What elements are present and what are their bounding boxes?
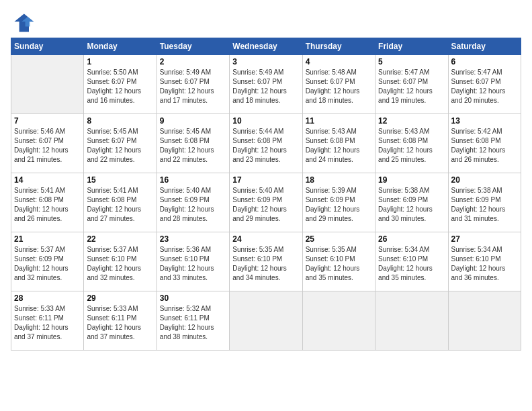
calendar-cell: 4Sunrise: 5:48 AMSunset: 6:07 PMDaylight… bbox=[302, 55, 375, 114]
calendar-cell: 8Sunrise: 5:45 AMSunset: 6:07 PMDaylight… bbox=[84, 114, 157, 173]
calendar-cell: 29Sunrise: 5:33 AMSunset: 6:11 PMDayligh… bbox=[84, 291, 157, 351]
day-number: 10 bbox=[232, 116, 299, 126]
day-number: 5 bbox=[378, 57, 445, 66]
calendar-cell: 1Sunrise: 5:50 AMSunset: 6:07 PMDaylight… bbox=[84, 55, 157, 114]
calendar-table: SundayMondayTuesdayWednesdayThursdayFrid… bbox=[11, 38, 521, 351]
calendar-cell bbox=[302, 291, 375, 351]
calendar-cell: 30Sunrise: 5:32 AMSunset: 6:11 PMDayligh… bbox=[157, 291, 229, 351]
page-header bbox=[11, 11, 521, 35]
day-number: 27 bbox=[451, 234, 518, 244]
calendar-cell: 9Sunrise: 5:45 AMSunset: 6:08 PMDaylight… bbox=[157, 114, 229, 173]
calendar-cell: 20Sunrise: 5:38 AMSunset: 6:09 PMDayligh… bbox=[448, 173, 521, 232]
day-content: Sunrise: 5:44 AMSunset: 6:08 PMDaylight:… bbox=[232, 127, 299, 165]
day-content: Sunrise: 5:49 AMSunset: 6:07 PMDaylight:… bbox=[160, 68, 226, 105]
calendar-cell: 3Sunrise: 5:49 AMSunset: 6:07 PMDaylight… bbox=[230, 55, 302, 114]
day-content: Sunrise: 5:40 AMSunset: 6:09 PMDaylight:… bbox=[232, 186, 299, 224]
calendar-cell: 25Sunrise: 5:35 AMSunset: 6:10 PMDayligh… bbox=[302, 232, 375, 291]
day-number: 18 bbox=[306, 175, 372, 185]
col-header-wednesday: Wednesday bbox=[230, 38, 302, 55]
calendar-week-1: 1Sunrise: 5:50 AMSunset: 6:07 PMDaylight… bbox=[11, 55, 521, 114]
day-number: 29 bbox=[87, 293, 153, 303]
day-number: 12 bbox=[378, 116, 445, 126]
col-header-sunday: Sunday bbox=[11, 38, 84, 55]
day-content: Sunrise: 5:50 AMSunset: 6:07 PMDaylight:… bbox=[87, 68, 153, 105]
calendar-cell: 5Sunrise: 5:47 AMSunset: 6:07 PMDaylight… bbox=[375, 55, 448, 114]
col-header-monday: Monday bbox=[84, 38, 157, 55]
calendar-cell: 16Sunrise: 5:40 AMSunset: 6:09 PMDayligh… bbox=[157, 173, 229, 232]
calendar-cell: 15Sunrise: 5:41 AMSunset: 6:08 PMDayligh… bbox=[84, 173, 157, 232]
calendar-cell bbox=[11, 55, 84, 114]
day-number: 15 bbox=[87, 175, 153, 185]
day-number: 17 bbox=[232, 175, 299, 185]
day-content: Sunrise: 5:38 AMSunset: 6:09 PMDaylight:… bbox=[378, 186, 445, 224]
calendar-cell: 26Sunrise: 5:34 AMSunset: 6:10 PMDayligh… bbox=[375, 232, 448, 291]
day-number: 23 bbox=[160, 234, 226, 244]
day-number: 8 bbox=[87, 116, 153, 126]
col-header-thursday: Thursday bbox=[302, 38, 375, 55]
calendar-cell: 12Sunrise: 5:43 AMSunset: 6:08 PMDayligh… bbox=[375, 114, 448, 173]
calendar-cell: 2Sunrise: 5:49 AMSunset: 6:07 PMDaylight… bbox=[157, 55, 229, 114]
day-number: 24 bbox=[232, 234, 299, 244]
calendar-cell: 19Sunrise: 5:38 AMSunset: 6:09 PMDayligh… bbox=[375, 173, 448, 232]
day-content: Sunrise: 5:48 AMSunset: 6:07 PMDaylight:… bbox=[306, 68, 372, 105]
day-number: 21 bbox=[14, 234, 81, 244]
calendar-week-4: 21Sunrise: 5:37 AMSunset: 6:09 PMDayligh… bbox=[11, 232, 521, 291]
day-number: 26 bbox=[378, 234, 445, 244]
calendar-cell: 14Sunrise: 5:41 AMSunset: 6:08 PMDayligh… bbox=[11, 173, 84, 232]
svg-marker-0 bbox=[14, 14, 34, 32]
day-content: Sunrise: 5:35 AMSunset: 6:10 PMDaylight:… bbox=[306, 245, 372, 283]
day-number: 13 bbox=[451, 116, 518, 126]
calendar-cell bbox=[375, 291, 448, 351]
day-number: 6 bbox=[451, 57, 518, 66]
day-number: 4 bbox=[306, 57, 372, 66]
day-content: Sunrise: 5:34 AMSunset: 6:10 PMDaylight:… bbox=[378, 245, 445, 283]
calendar-cell: 22Sunrise: 5:37 AMSunset: 6:10 PMDayligh… bbox=[84, 232, 157, 291]
calendar-week-5: 28Sunrise: 5:33 AMSunset: 6:11 PMDayligh… bbox=[11, 291, 521, 351]
col-header-saturday: Saturday bbox=[448, 38, 521, 55]
calendar-cell: 24Sunrise: 5:35 AMSunset: 6:10 PMDayligh… bbox=[230, 232, 302, 291]
calendar-cell: 28Sunrise: 5:33 AMSunset: 6:11 PMDayligh… bbox=[11, 291, 84, 351]
day-content: Sunrise: 5:37 AMSunset: 6:09 PMDaylight:… bbox=[14, 245, 81, 283]
day-content: Sunrise: 5:45 AMSunset: 6:07 PMDaylight:… bbox=[87, 127, 153, 165]
day-content: Sunrise: 5:39 AMSunset: 6:09 PMDaylight:… bbox=[306, 186, 372, 224]
day-content: Sunrise: 5:37 AMSunset: 6:10 PMDaylight:… bbox=[87, 245, 153, 283]
calendar-week-3: 14Sunrise: 5:41 AMSunset: 6:08 PMDayligh… bbox=[11, 173, 521, 232]
day-content: Sunrise: 5:45 AMSunset: 6:08 PMDaylight:… bbox=[160, 127, 226, 165]
calendar-cell: 21Sunrise: 5:37 AMSunset: 6:09 PMDayligh… bbox=[11, 232, 84, 291]
day-content: Sunrise: 5:47 AMSunset: 6:07 PMDaylight:… bbox=[378, 68, 445, 105]
day-number: 22 bbox=[87, 234, 153, 244]
day-content: Sunrise: 5:43 AMSunset: 6:08 PMDaylight:… bbox=[306, 127, 372, 165]
calendar-cell bbox=[230, 291, 302, 351]
col-header-friday: Friday bbox=[375, 38, 448, 55]
calendar-week-2: 7Sunrise: 5:46 AMSunset: 6:07 PMDaylight… bbox=[11, 114, 521, 173]
day-content: Sunrise: 5:38 AMSunset: 6:09 PMDaylight:… bbox=[451, 186, 518, 224]
day-number: 3 bbox=[232, 57, 299, 66]
day-content: Sunrise: 5:46 AMSunset: 6:07 PMDaylight:… bbox=[14, 127, 81, 165]
calendar-cell: 27Sunrise: 5:34 AMSunset: 6:10 PMDayligh… bbox=[448, 232, 521, 291]
day-content: Sunrise: 5:32 AMSunset: 6:11 PMDaylight:… bbox=[160, 304, 226, 342]
logo bbox=[11, 11, 38, 35]
day-content: Sunrise: 5:40 AMSunset: 6:09 PMDaylight:… bbox=[160, 186, 226, 224]
calendar-cell: 13Sunrise: 5:42 AMSunset: 6:08 PMDayligh… bbox=[448, 114, 521, 173]
day-content: Sunrise: 5:34 AMSunset: 6:10 PMDaylight:… bbox=[451, 245, 518, 283]
calendar-cell: 6Sunrise: 5:47 AMSunset: 6:07 PMDaylight… bbox=[448, 55, 521, 114]
day-content: Sunrise: 5:41 AMSunset: 6:08 PMDaylight:… bbox=[14, 186, 81, 224]
day-number: 9 bbox=[160, 116, 226, 126]
calendar-cell: 18Sunrise: 5:39 AMSunset: 6:09 PMDayligh… bbox=[302, 173, 375, 232]
day-content: Sunrise: 5:41 AMSunset: 6:08 PMDaylight:… bbox=[87, 186, 153, 224]
calendar-cell bbox=[448, 291, 521, 351]
day-number: 14 bbox=[14, 175, 81, 185]
calendar-cell: 23Sunrise: 5:36 AMSunset: 6:10 PMDayligh… bbox=[157, 232, 229, 291]
day-number: 16 bbox=[160, 175, 226, 185]
day-content: Sunrise: 5:49 AMSunset: 6:07 PMDaylight:… bbox=[232, 68, 299, 105]
day-content: Sunrise: 5:33 AMSunset: 6:11 PMDaylight:… bbox=[87, 304, 153, 342]
calendar-cell: 11Sunrise: 5:43 AMSunset: 6:08 PMDayligh… bbox=[302, 114, 375, 173]
calendar-cell: 10Sunrise: 5:44 AMSunset: 6:08 PMDayligh… bbox=[230, 114, 302, 173]
day-content: Sunrise: 5:42 AMSunset: 6:08 PMDaylight:… bbox=[451, 127, 518, 165]
day-number: 28 bbox=[14, 293, 81, 303]
day-number: 19 bbox=[378, 175, 445, 185]
day-number: 20 bbox=[451, 175, 518, 185]
logo-icon bbox=[11, 11, 35, 35]
day-number: 25 bbox=[306, 234, 372, 244]
calendar-cell: 7Sunrise: 5:46 AMSunset: 6:07 PMDaylight… bbox=[11, 114, 84, 173]
